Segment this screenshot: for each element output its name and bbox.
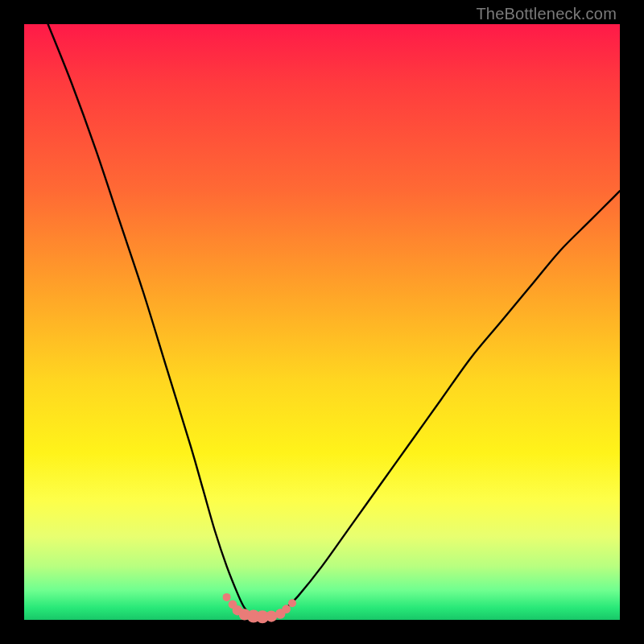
chart-frame: TheBottleneck.com <box>0 0 644 644</box>
plot-area <box>24 24 620 620</box>
bottleneck-curve-svg <box>24 24 620 620</box>
valley-dot <box>266 610 277 621</box>
valley-dot <box>282 605 291 613</box>
bottleneck-curve-path <box>48 24 620 617</box>
valley-dots-group <box>223 593 296 623</box>
valley-dot <box>288 599 296 607</box>
valley-dot <box>223 593 231 601</box>
watermark-text: TheBottleneck.com <box>476 5 617 23</box>
